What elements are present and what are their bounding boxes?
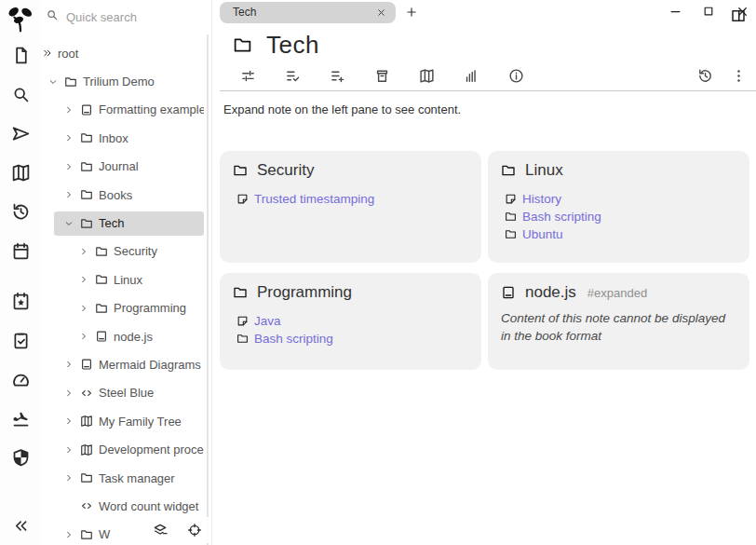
collapse-pane-button[interactable]: [9, 513, 34, 538]
note-link-label: Trusted timestamping: [254, 192, 374, 206]
list-plus-button[interactable]: [330, 68, 345, 84]
tree-scrollbar[interactable]: [207, 34, 209, 545]
tree-item-programming[interactable]: Programming: [42, 294, 204, 322]
tree-item-development-process[interactable]: Development process: [42, 435, 204, 463]
tree-item-label: Security: [114, 244, 157, 258]
chevron-right-icon[interactable]: [64, 388, 75, 398]
tree-item-steel-blue[interactable]: Steel Blue: [42, 379, 204, 407]
chevron-right-icon[interactable]: [64, 105, 75, 115]
note-link[interactable]: Bash scripting: [236, 332, 468, 346]
chevron-right-icon[interactable]: [64, 530, 75, 539]
sliders-button[interactable]: [240, 68, 256, 84]
info-button[interactable]: [508, 68, 524, 84]
search-button[interactable]: [9, 82, 34, 106]
chevrons-right-icon[interactable]: [42, 48, 53, 59]
note-link[interactable]: Trusted timestamping: [236, 192, 468, 206]
note-link[interactable]: Java: [236, 314, 468, 328]
folder-icon: [80, 188, 94, 201]
note-tree-pane: rootTrilium DemoFormatting examplesInbox…: [42, 0, 212, 545]
shield-button[interactable]: [9, 445, 34, 470]
chevron-right-icon[interactable]: [64, 416, 75, 426]
note-link[interactable]: History: [505, 192, 736, 206]
recent-changes-button[interactable]: [9, 199, 34, 224]
tree-item-label: W: [99, 527, 110, 541]
jump-to-note-button[interactable]: [9, 121, 34, 145]
minimize-button[interactable]: [665, 2, 685, 20]
tree-item-label: Word count widget: [99, 499, 198, 513]
calendar-star-button[interactable]: [9, 289, 34, 313]
tree-item-trilium-demo[interactable]: Trilium Demo: [42, 67, 204, 95]
chevron-right-icon[interactable]: [64, 445, 75, 455]
note-map-button[interactable]: [9, 160, 34, 184]
folder-icon: [80, 160, 94, 173]
tree-item-mermaid-diagrams[interactable]: Mermaid Diagrams: [42, 350, 204, 378]
tree-item-root[interactable]: root: [42, 39, 204, 67]
quick-search-input[interactable]: [66, 10, 187, 24]
tree-item-books[interactable]: Books: [42, 181, 204, 209]
tree-item-label: My Family Tree: [99, 415, 182, 429]
tree-item-my-family-tree[interactable]: My Family Tree: [42, 407, 204, 435]
new-tab-button[interactable]: [405, 6, 418, 19]
note-link[interactable]: Ubuntu: [505, 227, 736, 241]
create-split-button[interactable]: [730, 7, 747, 24]
recent-changes-button[interactable]: [697, 68, 713, 84]
folder-icon: [95, 273, 109, 286]
note-link-label: Ubuntu: [522, 227, 563, 241]
book-card-node-js: node.js#expandedContent of this note can…: [488, 273, 749, 370]
list-check-button[interactable]: [285, 68, 301, 84]
tree-item-journal[interactable]: Journal: [42, 153, 204, 181]
dashboard-gauge-button[interactable]: [9, 367, 34, 391]
chevron-down-icon[interactable]: [48, 77, 60, 87]
task-list-button[interactable]: [9, 328, 34, 352]
note-link-label: Bash scripting: [254, 332, 333, 346]
tree-item-label: node.js: [114, 330, 153, 344]
maximize-button[interactable]: [698, 2, 719, 20]
book-card-programming: ProgrammingJavaBash scripting: [220, 273, 481, 370]
tree-item-security[interactable]: Security: [42, 238, 204, 266]
chevron-right-icon[interactable]: [79, 247, 90, 256]
tree-item-label: Linux: [114, 273, 142, 287]
tree-item-tech[interactable]: Tech: [42, 209, 204, 237]
note-map-button[interactable]: [419, 68, 435, 84]
note-icon: [505, 193, 517, 205]
chevron-right-icon[interactable]: [64, 190, 75, 199]
card-header[interactable]: Linux: [501, 161, 736, 180]
chevron-down-icon[interactable]: [64, 219, 75, 228]
kebab-button[interactable]: [731, 68, 747, 84]
crosshair-button[interactable]: [187, 523, 202, 538]
card-header[interactable]: node.js#expanded: [501, 283, 736, 302]
calendar-button[interactable]: [9, 238, 34, 263]
folder-icon: [95, 302, 109, 315]
book-icon: [95, 330, 109, 343]
note-link[interactable]: Bash scripting: [505, 210, 736, 224]
launcher-bar: [0, 0, 42, 545]
card-title: Security: [257, 161, 314, 180]
tree-item-label: Journal: [99, 159, 139, 173]
tree-item-linux[interactable]: Linux: [42, 266, 204, 293]
chevron-right-icon[interactable]: [64, 162, 75, 171]
chevron-right-icon[interactable]: [64, 360, 75, 369]
close-tab-icon[interactable]: [376, 7, 386, 18]
layers-minus-button[interactable]: [153, 523, 168, 538]
plane-button[interactable]: [9, 406, 34, 430]
tab-tech[interactable]: Tech: [220, 2, 396, 23]
card-header[interactable]: Programming: [233, 283, 468, 302]
new-note-button[interactable]: [9, 43, 34, 67]
chevron-right-icon[interactable]: [79, 332, 90, 341]
code-icon: [80, 499, 94, 512]
note-detail-pane: Tech Tech Expand note on the left pane t…: [212, 0, 756, 545]
note-link-label: Bash scripting: [522, 210, 601, 224]
archive-button[interactable]: [374, 68, 390, 84]
chevron-right-icon[interactable]: [79, 275, 90, 284]
bar-chart-button[interactable]: [464, 68, 479, 84]
chevron-right-icon[interactable]: [64, 133, 75, 143]
tree-item-node-js[interactable]: node.js: [42, 322, 204, 350]
tree-item-task-manager[interactable]: Task manager: [42, 464, 204, 492]
card-link-list: JavaBash scripting: [236, 314, 468, 346]
tree-item-inbox[interactable]: Inbox: [42, 124, 204, 152]
chevron-right-icon[interactable]: [79, 304, 90, 313]
card-header[interactable]: Security: [233, 161, 468, 180]
tree-item-label: root: [58, 47, 78, 61]
tree-item-formatting-examples[interactable]: Formatting examples: [42, 96, 204, 124]
chevron-right-icon[interactable]: [64, 473, 75, 483]
